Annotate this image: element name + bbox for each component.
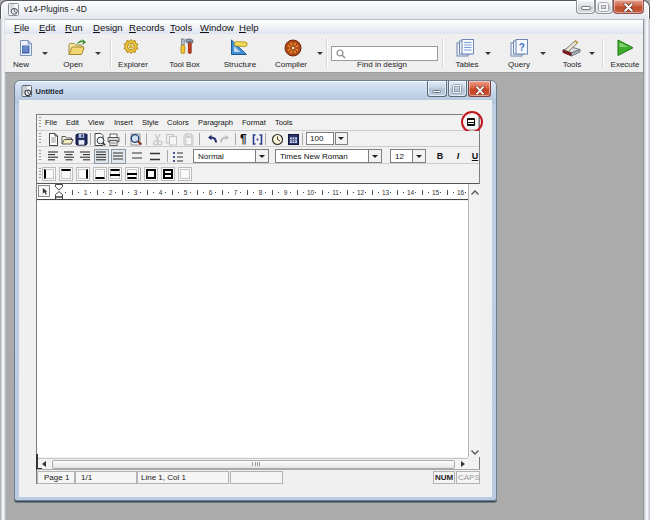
svg-text:?: ? — [519, 42, 525, 53]
